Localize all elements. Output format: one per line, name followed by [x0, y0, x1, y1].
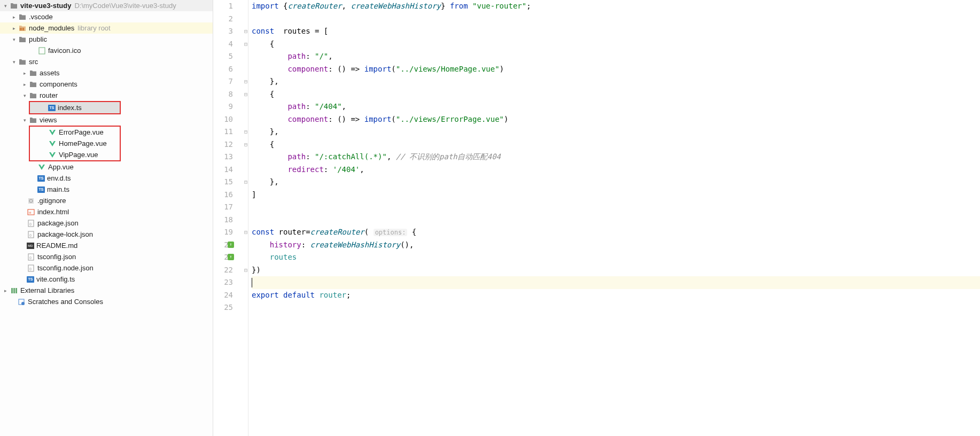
tree-label: tsconfig.node.json: [37, 264, 94, 272]
tree-external-libraries[interactable]: ▸ External Libraries: [0, 285, 213, 296]
tree-tsconfig-node[interactable]: ▸ {} tsconfig.node.json: [0, 262, 213, 274]
html-icon: H: [27, 208, 35, 216]
code-line[interactable]: path: "/404",: [252, 100, 980, 113]
tree-node-modules[interactable]: ▸ node_modules library root: [0, 22, 213, 34]
line-number: 11: [213, 126, 233, 138]
typescript-icon: TS: [27, 276, 34, 283]
tree-favicon[interactable]: ▸ favicon.ico: [0, 45, 213, 56]
folder-icon: [29, 116, 37, 124]
tree-gitignore[interactable]: ▸ .gitignore: [0, 195, 213, 206]
fold-end-icon[interactable]: ⊟: [243, 264, 248, 277]
line-number: 23: [213, 276, 233, 289]
tree-home-page[interactable]: ▸ HomePage.vue: [30, 138, 120, 149]
folder-icon: [29, 69, 37, 77]
tree-src[interactable]: ▾ src: [0, 56, 213, 67]
tree-tsconfig[interactable]: ▸ {} tsconfig.json: [0, 251, 213, 262]
fold-end-icon[interactable]: ⊟: [243, 176, 248, 189]
json-icon: {}: [27, 230, 35, 239]
tree-label: vite.config.ts: [36, 275, 75, 283]
code-line[interactable]: path: "/",: [252, 50, 980, 63]
usage-badge-icon[interactable]: ↑: [228, 242, 234, 248]
tree-public[interactable]: ▾ public: [0, 34, 213, 45]
line-number: 21↑: [213, 251, 233, 264]
code-line[interactable]: routes: [252, 251, 980, 264]
code-editor[interactable]: 1 2 3 4 5 6 7 8 9 10 11 12 13 14 15 16 1…: [213, 0, 980, 436]
code-line[interactable]: },: [252, 126, 980, 138]
chevron-down-icon[interactable]: ▾: [11, 59, 17, 65]
fold-end-icon[interactable]: ⊟: [243, 75, 248, 88]
svg-text:H: H: [29, 211, 31, 214]
code-line[interactable]: {: [252, 138, 980, 151]
line-number: 4: [213, 38, 233, 51]
code-line[interactable]: [252, 13, 980, 26]
tree-vscode[interactable]: ▸ .vscode: [0, 11, 213, 22]
vue-icon: [48, 128, 57, 137]
tree-label: main.ts: [47, 185, 69, 193]
fold-start-icon[interactable]: ⊟: [243, 226, 248, 239]
tree-scratches[interactable]: ▸ Scratches and Consoles: [0, 296, 213, 307]
code-line[interactable]: {: [252, 88, 980, 101]
tree-label: .vscode: [29, 13, 53, 21]
code-line[interactable]: [252, 214, 980, 227]
tree-index-html[interactable]: ▸ H index.html: [0, 206, 213, 217]
tree-vip-page[interactable]: ▸ VipPage.vue: [30, 149, 120, 160]
tree-assets[interactable]: ▸ assets: [0, 67, 213, 79]
tree-index-ts[interactable]: ▸ TS index.ts: [30, 102, 120, 113]
code-content[interactable]: import {createRouter, createWebHashHisto…: [248, 0, 980, 436]
code-line[interactable]: ]: [252, 189, 980, 201]
json-icon: {}: [27, 219, 35, 228]
code-line[interactable]: },: [252, 75, 980, 88]
tree-label: tsconfig.json: [37, 253, 76, 261]
code-line[interactable]: const router=createRouter( options: {: [252, 226, 980, 239]
code-line[interactable]: [252, 301, 980, 314]
tree-package-lock[interactable]: ▸ {} package-lock.json: [0, 229, 213, 240]
chevron-right-icon[interactable]: ▸: [21, 70, 28, 76]
code-line[interactable]: path: "/:catchAll(.*)", // 不识别的path自动匹配4…: [252, 151, 980, 164]
line-number: 24: [213, 289, 233, 302]
code-line-current[interactable]: [252, 276, 980, 289]
chevron-right-icon[interactable]: ▸: [11, 25, 17, 32]
code-line[interactable]: },: [252, 176, 980, 189]
chevron-right-icon[interactable]: ▸: [11, 14, 17, 20]
fold-start-icon[interactable]: ⊟: [243, 138, 248, 151]
fold-start-icon[interactable]: ⊟: [243, 25, 248, 38]
tree-main-ts[interactable]: ▸ TS main.ts: [0, 184, 213, 195]
chevron-right-icon[interactable]: ▸: [2, 287, 9, 294]
code-line[interactable]: }): [252, 264, 980, 277]
chevron-down-icon[interactable]: ▾: [11, 36, 17, 43]
fold-start-icon[interactable]: ⊟: [243, 88, 248, 101]
code-line[interactable]: [252, 201, 980, 214]
line-number: 9: [213, 100, 233, 113]
tree-hint: library root: [77, 24, 110, 32]
code-line[interactable]: const routes = [: [252, 25, 980, 38]
code-line[interactable]: import {createRouter, createWebHashHisto…: [252, 0, 980, 13]
tree-readme[interactable]: ▸ MD README.md: [0, 240, 213, 251]
code-line[interactable]: redirect: '/404',: [252, 164, 980, 176]
line-number: 12: [213, 138, 233, 151]
tree-label: VipPage.vue: [59, 151, 98, 159]
fold-end-icon[interactable]: ⊟: [243, 126, 248, 138]
project-tree[interactable]: ▾ vite-vue3-study D:\myCode\Vue3\vite-vu…: [0, 0, 213, 436]
tree-router[interactable]: ▾ router: [0, 90, 213, 101]
line-number: 5: [213, 50, 233, 63]
tree-components[interactable]: ▸ components: [0, 79, 213, 90]
code-line[interactable]: component: () => import("../views/HomePa…: [252, 63, 980, 76]
chevron-down-icon[interactable]: ▾: [21, 117, 28, 123]
tree-vite-config[interactable]: ▸ TS vite.config.ts: [0, 274, 213, 285]
typescript-icon: TS: [37, 175, 45, 182]
fold-start-icon[interactable]: ⊟: [243, 38, 248, 51]
tree-app-vue[interactable]: ▸ App.vue: [0, 161, 213, 173]
tree-env-d-ts[interactable]: ▸ TS env.d.ts: [0, 173, 213, 184]
code-line[interactable]: component: () => import("../views/ErrorP…: [252, 113, 980, 126]
chevron-down-icon[interactable]: ▾: [2, 3, 9, 9]
tree-root[interactable]: ▾ vite-vue3-study D:\myCode\Vue3\vite-vu…: [0, 0, 213, 11]
code-line[interactable]: history: createWebHashHistory(),: [252, 239, 980, 252]
code-line[interactable]: export default router;: [252, 289, 980, 302]
code-line[interactable]: {: [252, 38, 980, 51]
tree-views[interactable]: ▾ views: [0, 114, 213, 126]
chevron-right-icon[interactable]: ▸: [21, 81, 28, 88]
chevron-down-icon[interactable]: ▾: [21, 92, 28, 99]
usage-badge-icon[interactable]: ↑: [228, 254, 234, 260]
tree-error-page[interactable]: ▸ ErrorPage.vue: [30, 127, 120, 138]
tree-package-json[interactable]: ▸ {} package.json: [0, 217, 213, 229]
